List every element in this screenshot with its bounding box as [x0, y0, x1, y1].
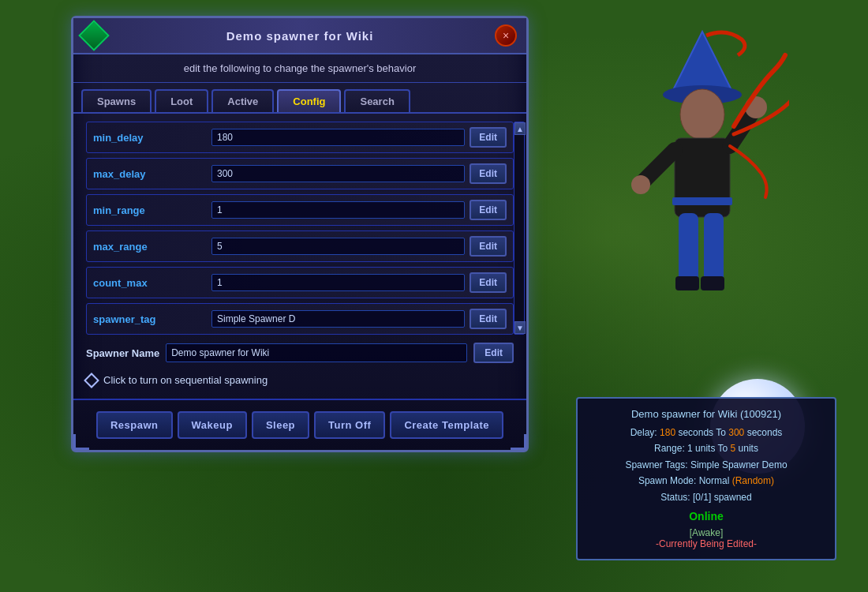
- range-label: Range:: [654, 443, 685, 454]
- spawner-tag-edit-button[interactable]: Edit: [470, 309, 507, 329]
- sleep-button[interactable]: Sleep: [252, 411, 309, 439]
- spawner-name-edit-button[interactable]: Edit: [473, 343, 514, 363]
- range-units-label: units To: [695, 443, 730, 454]
- mode-label: Spawn Mode:: [638, 475, 696, 486]
- max-delay-label: max_delay: [93, 168, 211, 180]
- delay-from: 180: [660, 427, 675, 438]
- config-row-spawner-tag: spawner_tag Edit: [86, 303, 514, 335]
- spawner-tag-label: spawner_tag: [93, 313, 211, 325]
- tab-loot[interactable]: Loot: [155, 89, 208, 112]
- config-scroll-area: min_delay Edit max_delay Edit min_range …: [86, 122, 514, 335]
- svg-line-5: [643, 150, 675, 182]
- sequential-checkbox-icon[interactable]: [84, 373, 99, 388]
- max-range-input[interactable]: [211, 238, 465, 255]
- tags-label: Spawner Tags:: [625, 459, 687, 470]
- info-mode: Spawn Mode: Normal (Random): [587, 473, 825, 489]
- svg-rect-12: [701, 276, 724, 290]
- delay-unit: seconds: [747, 427, 783, 438]
- spawner-tag-input[interactable]: [211, 310, 465, 328]
- min-delay-label: min_delay: [93, 132, 211, 144]
- spawner-name-input[interactable]: [166, 343, 467, 362]
- status-awake: [Awake]: [587, 527, 825, 538]
- corner-br: [511, 434, 526, 450]
- mode-normal: Normal: [699, 475, 730, 486]
- delay-to: 300: [728, 427, 744, 438]
- bottom-button-bar: Respawn Wakeup Sleep Turn Off Create Tem…: [73, 399, 526, 450]
- create-template-button[interactable]: Create Template: [390, 411, 503, 439]
- status-edited: -Currently Being Edited-: [587, 538, 825, 549]
- mode-random: (Random): [732, 475, 774, 486]
- turn-off-button[interactable]: Turn Off: [314, 411, 385, 439]
- sequential-label: Click to turn on sequential spawning: [103, 374, 268, 386]
- status-value: [0/1] spawned: [693, 492, 752, 503]
- config-row-max-delay: max_delay Edit: [86, 158, 514, 189]
- delay-to-label: seconds To: [678, 427, 726, 438]
- max-range-edit-button[interactable]: Edit: [470, 236, 507, 257]
- count-max-input[interactable]: [211, 274, 465, 291]
- info-title: Demo spawner for Wiki (100921): [587, 408, 825, 420]
- config-row-min-range: min_range Edit: [86, 194, 514, 226]
- info-delay: Delay: 180 seconds To 300 seconds: [587, 425, 825, 440]
- svg-rect-4: [672, 197, 732, 205]
- corner-bl: [73, 434, 89, 450]
- wakeup-button[interactable]: Wakeup: [178, 411, 247, 439]
- sequential-spawning-row[interactable]: Click to turn on sequential spawning: [86, 369, 514, 391]
- min-delay-input[interactable]: [211, 129, 465, 146]
- tags-value: Simple Spawner Demo: [690, 459, 788, 470]
- min-range-label: min_range: [93, 204, 211, 216]
- min-range-edit-button[interactable]: Edit: [470, 200, 507, 220]
- character-figure: [615, 24, 789, 339]
- range-end: units: [739, 443, 758, 454]
- config-row-count-max: count_max Edit: [86, 267, 514, 298]
- svg-rect-9: [679, 213, 698, 284]
- respawn-button[interactable]: Respawn: [96, 411, 173, 439]
- corner-gem-left: [78, 20, 110, 51]
- spawner-name-row: Spawner Name Edit: [86, 343, 514, 363]
- tab-spawns[interactable]: Spawns: [81, 89, 152, 112]
- close-button[interactable]: ×: [495, 24, 517, 47]
- config-row-min-delay: min_delay Edit: [86, 122, 514, 153]
- status-online: Online: [587, 510, 825, 523]
- tab-active[interactable]: Active: [211, 89, 274, 112]
- info-range: Range: 1 units To 5 units: [587, 440, 825, 456]
- tab-bar: Spawns Loot Active Config Search: [73, 83, 526, 114]
- max-delay-input[interactable]: [211, 165, 465, 182]
- dialog-titlebar: Demo spawner for Wiki ×: [73, 18, 526, 54]
- dialog-title: Demo spawner for Wiki: [105, 29, 495, 43]
- svg-point-2: [680, 89, 724, 140]
- config-row-max-range: max_range Edit: [86, 230, 514, 262]
- dialog-subtitle: edit the following to change the spawner…: [73, 54, 526, 83]
- spawner-name-label: Spawner Name: [86, 347, 159, 359]
- svg-point-8: [631, 175, 650, 194]
- scroll-down-button[interactable]: ▼: [514, 321, 526, 334]
- svg-rect-10: [704, 213, 724, 284]
- max-range-label: max_range: [93, 241, 211, 253]
- range-to: 5: [731, 443, 736, 454]
- config-content: min_delay Edit max_delay Edit min_range …: [73, 114, 526, 399]
- delay-label: Delay:: [630, 427, 657, 438]
- tab-config[interactable]: Config: [277, 89, 341, 112]
- min-delay-edit-button[interactable]: Edit: [470, 127, 507, 148]
- scroll-up-button[interactable]: ▲: [514, 122, 526, 135]
- spawner-dialog: Demo spawner for Wiki × edit the followi…: [71, 16, 529, 452]
- info-status: Status: [0/1] spawned: [587, 489, 825, 505]
- tab-search[interactable]: Search: [344, 89, 410, 112]
- max-delay-edit-button[interactable]: Edit: [470, 163, 507, 184]
- count-max-edit-button[interactable]: Edit: [470, 272, 507, 293]
- min-range-input[interactable]: [211, 201, 465, 219]
- count-max-label: count_max: [93, 277, 211, 289]
- info-panel: Demo spawner for Wiki (100921) Delay: 18…: [576, 397, 836, 560]
- info-tags: Spawner Tags: Simple Spawner Demo: [587, 457, 825, 473]
- status-label: Status:: [660, 492, 690, 503]
- scroll-track: ▲ ▼: [514, 122, 525, 335]
- range-from: 1: [687, 443, 693, 454]
- svg-rect-11: [675, 276, 699, 290]
